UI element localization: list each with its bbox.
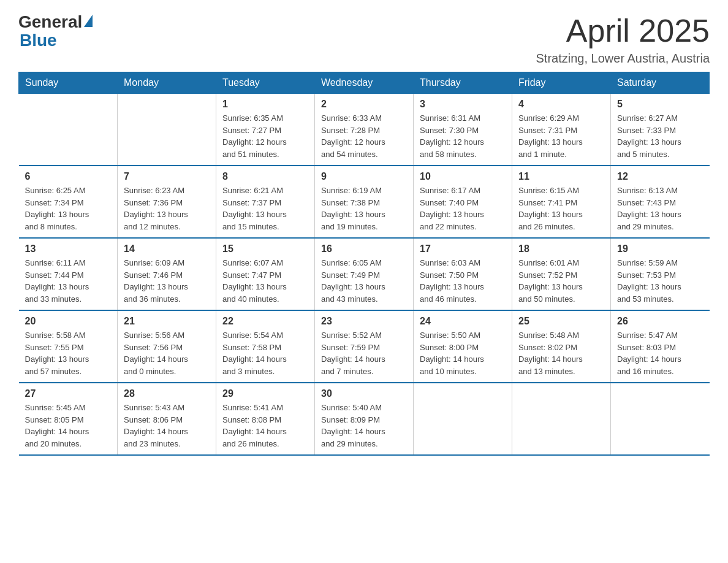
table-row: 29Sunrise: 5:41 AM Sunset: 8:08 PM Dayli… — [216, 383, 315, 455]
header-friday: Friday — [512, 72, 611, 94]
calendar-week-row: 27Sunrise: 5:45 AM Sunset: 8:05 PM Dayli… — [19, 383, 710, 455]
table-row — [19, 94, 118, 166]
day-number: 5 — [617, 99, 703, 110]
table-row — [414, 383, 512, 455]
table-row: 6Sunrise: 6:25 AM Sunset: 7:34 PM Daylig… — [19, 166, 118, 238]
day-number: 4 — [518, 99, 604, 110]
table-row — [118, 94, 216, 166]
table-row: 24Sunrise: 5:50 AM Sunset: 8:00 PM Dayli… — [414, 310, 512, 383]
day-info: Sunrise: 6:35 AM Sunset: 7:27 PM Dayligh… — [222, 112, 308, 160]
day-info: Sunrise: 6:07 AM Sunset: 7:47 PM Dayligh… — [222, 257, 308, 305]
day-info: Sunrise: 6:25 AM Sunset: 7:34 PM Dayligh… — [25, 185, 112, 232]
table-row: 20Sunrise: 5:58 AM Sunset: 7:55 PM Dayli… — [19, 310, 118, 383]
table-row: 28Sunrise: 5:43 AM Sunset: 8:06 PM Dayli… — [118, 383, 216, 455]
day-number: 13 — [25, 243, 112, 255]
day-number: 28 — [124, 388, 210, 399]
logo: General Blue — [18, 12, 93, 50]
header-sunday: Sunday — [19, 72, 118, 94]
day-number: 14 — [124, 243, 210, 255]
day-info: Sunrise: 6:27 AM Sunset: 7:33 PM Dayligh… — [617, 112, 703, 160]
day-number: 18 — [518, 243, 604, 255]
day-info: Sunrise: 6:05 AM Sunset: 7:49 PM Dayligh… — [321, 257, 407, 305]
day-info: Sunrise: 6:09 AM Sunset: 7:46 PM Dayligh… — [124, 257, 210, 305]
table-row: 5Sunrise: 6:27 AM Sunset: 7:33 PM Daylig… — [611, 94, 710, 166]
table-row: 27Sunrise: 5:45 AM Sunset: 8:05 PM Dayli… — [19, 383, 118, 455]
header-tuesday: Tuesday — [216, 72, 315, 94]
day-info: Sunrise: 6:19 AM Sunset: 7:38 PM Dayligh… — [321, 185, 407, 232]
table-row: 26Sunrise: 5:47 AM Sunset: 8:03 PM Dayli… — [611, 310, 710, 383]
title-block: April 2025 Stratzing, Lower Austria, Aus… — [536, 12, 710, 66]
table-row: 25Sunrise: 5:48 AM Sunset: 8:02 PM Dayli… — [512, 310, 611, 383]
header-thursday: Thursday — [414, 72, 512, 94]
day-info: Sunrise: 5:59 AM Sunset: 7:53 PM Dayligh… — [617, 257, 703, 305]
day-number: 11 — [518, 171, 604, 182]
logo-general-text: General — [18, 12, 82, 32]
day-info: Sunrise: 6:01 AM Sunset: 7:52 PM Dayligh… — [518, 257, 604, 305]
day-number: 16 — [321, 243, 407, 255]
day-info: Sunrise: 6:29 AM Sunset: 7:31 PM Dayligh… — [518, 112, 604, 160]
day-info: Sunrise: 6:21 AM Sunset: 7:37 PM Dayligh… — [222, 185, 308, 232]
calendar-week-row: 13Sunrise: 6:11 AM Sunset: 7:44 PM Dayli… — [19, 238, 710, 310]
table-row: 17Sunrise: 6:03 AM Sunset: 7:50 PM Dayli… — [414, 238, 512, 310]
day-info: Sunrise: 5:47 AM Sunset: 8:03 PM Dayligh… — [617, 329, 703, 377]
day-info: Sunrise: 5:54 AM Sunset: 7:58 PM Dayligh… — [222, 329, 308, 377]
day-info: Sunrise: 6:23 AM Sunset: 7:36 PM Dayligh… — [124, 185, 210, 232]
day-info: Sunrise: 6:15 AM Sunset: 7:41 PM Dayligh… — [518, 185, 604, 232]
table-row: 21Sunrise: 5:56 AM Sunset: 7:56 PM Dayli… — [118, 310, 216, 383]
table-row — [512, 383, 611, 455]
day-info: Sunrise: 5:41 AM Sunset: 8:08 PM Dayligh… — [222, 402, 308, 450]
table-row: 8Sunrise: 6:21 AM Sunset: 7:37 PM Daylig… — [216, 166, 315, 238]
calendar-header-row: Sunday Monday Tuesday Wednesday Thursday… — [19, 72, 710, 94]
table-row: 15Sunrise: 6:07 AM Sunset: 7:47 PM Dayli… — [216, 238, 315, 310]
table-row: 7Sunrise: 6:23 AM Sunset: 7:36 PM Daylig… — [118, 166, 216, 238]
day-number: 10 — [420, 171, 506, 182]
table-row: 30Sunrise: 5:40 AM Sunset: 8:09 PM Dayli… — [315, 383, 414, 455]
day-number: 24 — [420, 316, 506, 327]
day-number: 6 — [25, 171, 112, 182]
day-info: Sunrise: 6:03 AM Sunset: 7:50 PM Dayligh… — [420, 257, 506, 305]
day-number: 25 — [518, 316, 604, 327]
table-row — [611, 383, 710, 455]
location-subtitle: Stratzing, Lower Austria, Austria — [536, 52, 710, 66]
day-number: 30 — [321, 388, 407, 399]
table-row: 3Sunrise: 6:31 AM Sunset: 7:30 PM Daylig… — [414, 94, 512, 166]
day-number: 17 — [420, 243, 506, 255]
day-info: Sunrise: 5:58 AM Sunset: 7:55 PM Dayligh… — [25, 329, 112, 377]
table-row: 2Sunrise: 6:33 AM Sunset: 7:28 PM Daylig… — [315, 94, 414, 166]
day-number: 8 — [222, 171, 308, 182]
day-info: Sunrise: 6:33 AM Sunset: 7:28 PM Dayligh… — [321, 112, 407, 160]
day-number: 23 — [321, 316, 407, 327]
calendar-week-row: 1Sunrise: 6:35 AM Sunset: 7:27 PM Daylig… — [19, 94, 710, 166]
table-row: 19Sunrise: 5:59 AM Sunset: 7:53 PM Dayli… — [611, 238, 710, 310]
header-saturday: Saturday — [611, 72, 710, 94]
table-row: 10Sunrise: 6:17 AM Sunset: 7:40 PM Dayli… — [414, 166, 512, 238]
table-row: 23Sunrise: 5:52 AM Sunset: 7:59 PM Dayli… — [315, 310, 414, 383]
day-number: 27 — [25, 388, 112, 399]
day-number: 2 — [321, 99, 407, 110]
day-info: Sunrise: 6:17 AM Sunset: 7:40 PM Dayligh… — [420, 185, 506, 232]
day-number: 21 — [124, 316, 210, 327]
day-number: 9 — [321, 171, 407, 182]
day-number: 1 — [222, 99, 308, 110]
day-info: Sunrise: 5:56 AM Sunset: 7:56 PM Dayligh… — [124, 329, 210, 377]
day-number: 29 — [222, 388, 308, 399]
day-info: Sunrise: 5:45 AM Sunset: 8:05 PM Dayligh… — [25, 402, 112, 450]
day-number: 22 — [222, 316, 308, 327]
header-wednesday: Wednesday — [315, 72, 414, 94]
day-info: Sunrise: 5:40 AM Sunset: 8:09 PM Dayligh… — [321, 402, 407, 450]
day-info: Sunrise: 5:52 AM Sunset: 7:59 PM Dayligh… — [321, 329, 407, 377]
table-row: 18Sunrise: 6:01 AM Sunset: 7:52 PM Dayli… — [512, 238, 611, 310]
table-row: 1Sunrise: 6:35 AM Sunset: 7:27 PM Daylig… — [216, 94, 315, 166]
table-row: 4Sunrise: 6:29 AM Sunset: 7:31 PM Daylig… — [512, 94, 611, 166]
day-number: 3 — [420, 99, 506, 110]
day-number: 7 — [124, 171, 210, 182]
day-number: 26 — [617, 316, 703, 327]
table-row: 12Sunrise: 6:13 AM Sunset: 7:43 PM Dayli… — [611, 166, 710, 238]
day-info: Sunrise: 5:50 AM Sunset: 8:00 PM Dayligh… — [420, 329, 506, 377]
day-info: Sunrise: 6:31 AM Sunset: 7:30 PM Dayligh… — [420, 112, 506, 160]
calendar-table: Sunday Monday Tuesday Wednesday Thursday… — [18, 72, 710, 456]
table-row: 13Sunrise: 6:11 AM Sunset: 7:44 PM Dayli… — [19, 238, 118, 310]
day-number: 15 — [222, 243, 308, 255]
day-info: Sunrise: 5:48 AM Sunset: 8:02 PM Dayligh… — [518, 329, 604, 377]
table-row: 22Sunrise: 5:54 AM Sunset: 7:58 PM Dayli… — [216, 310, 315, 383]
